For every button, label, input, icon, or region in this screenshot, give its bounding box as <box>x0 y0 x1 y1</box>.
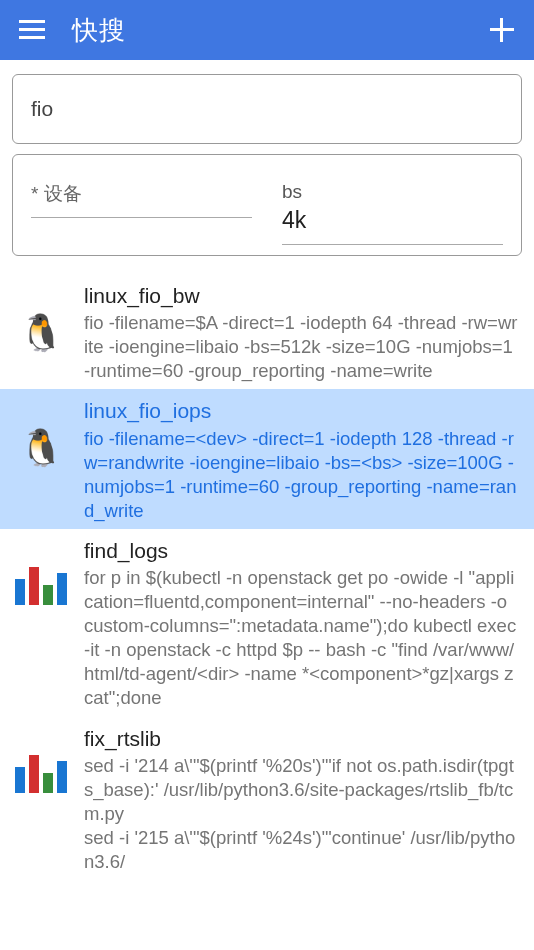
add-icon[interactable] <box>488 16 516 44</box>
item-title: linux_fio_iops <box>84 397 520 424</box>
param-device[interactable]: * 设备 <box>31 181 252 245</box>
svg-rect-0 <box>19 20 45 23</box>
search-query-text: fio <box>31 97 53 120</box>
list-item[interactable]: 🐧 linux_fio_iops fio -filename=<dev> -di… <box>0 389 534 528</box>
item-title: linux_fio_bw <box>84 282 520 309</box>
item-command: fio -filename=$A -direct=1 -iodepth 64 -… <box>84 311 520 383</box>
barchart-icon <box>14 749 68 803</box>
item-command: fio -filename=<dev> -direct=1 -iodepth 1… <box>84 427 520 523</box>
barchart-icon <box>14 561 68 615</box>
item-title: fix_rtslib <box>84 725 520 752</box>
menu-icon[interactable] <box>18 16 46 44</box>
item-title: find_logs <box>84 537 520 564</box>
list-item[interactable]: find_logs for p in $(kubectl -n openstac… <box>0 529 534 717</box>
penguin-icon: 🐧 <box>14 421 68 475</box>
penguin-icon: 🐧 <box>14 306 68 360</box>
list-item[interactable]: 🐧 linux_fio_bw fio -filename=$A -direct=… <box>0 274 534 389</box>
param-device-label: * 设备 <box>31 181 252 207</box>
param-bs-label: bs <box>282 181 503 203</box>
search-input[interactable]: fio <box>12 74 522 144</box>
app-header: 快搜 <box>0 0 534 60</box>
svg-rect-2 <box>19 36 45 39</box>
param-bs-value: 4k <box>282 207 503 234</box>
item-command: for p in $(kubectl -n openstack get po -… <box>84 566 520 710</box>
command-list: 🐧 linux_fio_bw fio -filename=$A -direct=… <box>0 274 534 880</box>
app-title: 快搜 <box>72 13 488 48</box>
svg-rect-4 <box>490 28 514 31</box>
param-bs[interactable]: bs 4k <box>282 181 503 245</box>
svg-rect-1 <box>19 28 45 31</box>
list-item[interactable]: fix_rtslib sed -i '214 a\'"$(printf '%20… <box>0 717 534 881</box>
item-command: sed -i '214 a\'"$(printf '%20s')"'if not… <box>84 754 520 874</box>
params-card: * 设备 bs 4k <box>12 154 522 256</box>
